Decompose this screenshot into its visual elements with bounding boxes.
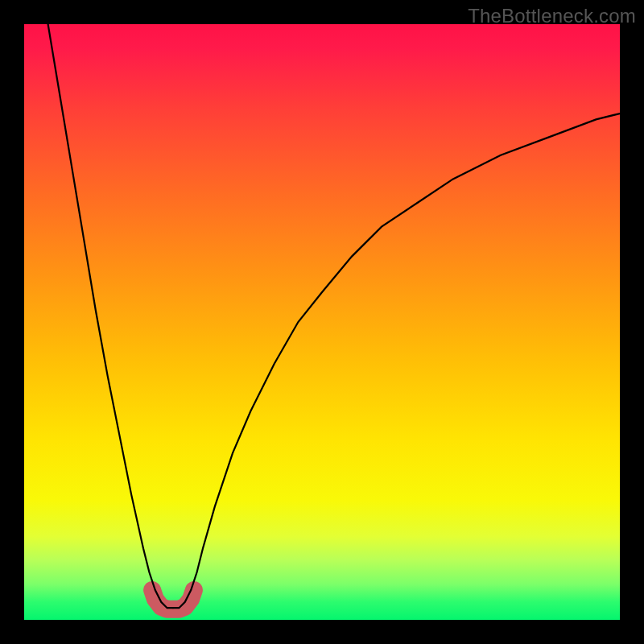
right-branch-path [173, 114, 620, 608]
curve-layer [24, 24, 620, 620]
chart-frame: TheBottleneck.com [0, 0, 644, 644]
plot-area [24, 24, 620, 620]
bottom-highlight-path [152, 590, 194, 609]
left-branch-path [48, 24, 173, 608]
